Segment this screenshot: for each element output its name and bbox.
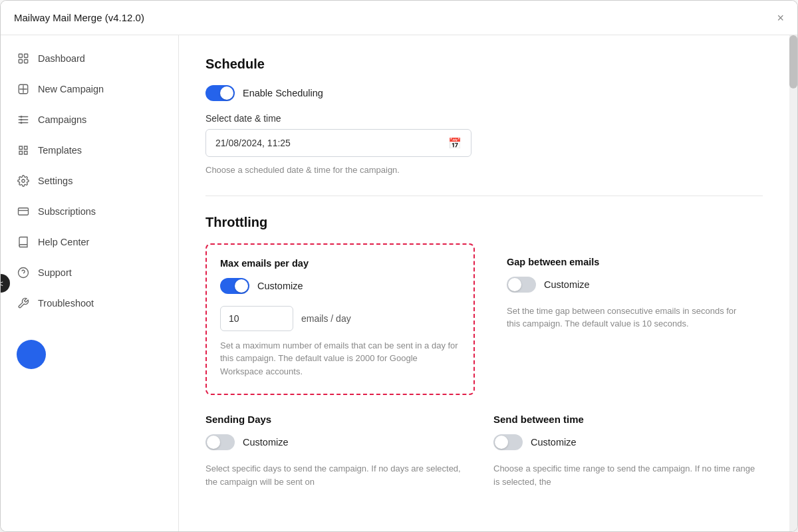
scrollbar-track[interactable]: [789, 35, 797, 531]
send-between-toggle[interactable]: [493, 434, 523, 450]
send-between-time-box: Send between time Customize Choose a spe…: [493, 414, 763, 491]
sidebar-item-templates[interactable]: Templates: [1, 135, 178, 166]
sidebar-item-help-center[interactable]: Help Center: [1, 227, 178, 257]
send-between-time-title: Send between time: [493, 414, 763, 425]
sidebar-item-campaigns[interactable]: Campaigns: [1, 104, 178, 135]
toggle-thumb: [220, 86, 233, 100]
subscriptions-icon: [17, 205, 30, 218]
sidebar-label-subscriptions: Subscriptions: [38, 206, 96, 217]
sidebar-item-new-campaign[interactable]: New Campaign: [1, 74, 178, 104]
schedule-section: Schedule Enable Scheduling Select date &…: [205, 57, 763, 177]
svg-rect-2: [19, 60, 22, 63]
max-emails-box: Max emails per day Customize emails / da…: [205, 243, 475, 396]
enable-scheduling-row: Enable Scheduling: [205, 85, 763, 101]
scrollbar-thumb[interactable]: [789, 35, 797, 88]
body-area: < Dashboard New Campaign: [1, 35, 797, 531]
svg-rect-1: [25, 54, 28, 57]
svg-point-5: [21, 116, 23, 118]
svg-point-8: [22, 180, 25, 183]
gap-between-toggle[interactable]: [507, 277, 536, 293]
schedule-title: Schedule: [205, 57, 763, 72]
svg-rect-9: [19, 208, 29, 215]
toggle-thumb: [508, 278, 521, 291]
gap-between-title: Gap between emails: [507, 257, 749, 267]
support-icon: [17, 266, 30, 279]
enable-scheduling-toggle[interactable]: [205, 85, 235, 101]
date-time-label: Select date & time: [205, 113, 763, 124]
gap-between-helper: Set the time gap between consecutive ema…: [507, 305, 749, 331]
close-button[interactable]: ×: [777, 12, 784, 24]
throttling-section: Throttling Max emails per day Customize: [205, 215, 763, 396]
date-time-value: 21/08/2024, 11:25: [215, 138, 291, 148]
window-title: Mailway Mail Merge (v4.12.0): [14, 12, 144, 23]
section-divider-1: [205, 196, 763, 196]
sending-days-toggle-row: Customize: [205, 434, 475, 450]
main-content: Schedule Enable Scheduling Select date &…: [179, 35, 789, 531]
sending-days-helper: Select specific days to send the campaig…: [205, 462, 475, 488]
toggle-thumb: [207, 436, 220, 449]
sidebar-item-troubleshoot[interactable]: Troubleshoot: [1, 288, 178, 319]
svg-point-10: [19, 268, 29, 278]
enable-scheduling-label: Enable Scheduling: [243, 88, 323, 98]
max-emails-helper: Set a maximum number of emails that can …: [220, 339, 460, 378]
sidebar-item-subscriptions[interactable]: Subscriptions: [1, 196, 178, 227]
templates-icon: [17, 144, 30, 157]
svg-rect-3: [25, 60, 28, 63]
troubleshoot-icon: [17, 297, 30, 310]
new-campaign-icon: [17, 82, 30, 96]
gap-between-box: Gap between emails Customize Set the tim…: [493, 243, 763, 396]
sending-days-box: Sending Days Customize Select specific d…: [205, 414, 475, 491]
help-center-icon: [17, 235, 30, 249]
sidebar: < Dashboard New Campaign: [1, 35, 179, 531]
sidebar-label-troubleshoot: Troubleshoot: [38, 298, 94, 309]
sidebar-label-campaigns: Campaigns: [38, 114, 86, 125]
max-emails-toggle[interactable]: [220, 278, 249, 294]
send-between-toggle-row: Customize: [493, 434, 763, 450]
sidebar-label-help-center: Help Center: [38, 237, 89, 247]
dashboard-icon: [17, 52, 30, 65]
sending-days-customize-label: Customize: [243, 437, 289, 448]
sidebar-item-settings[interactable]: Settings: [1, 166, 178, 196]
send-between-helper: Choose a specific time range to send the…: [493, 462, 763, 488]
avatar[interactable]: [17, 340, 46, 369]
chevron-left-icon: <: [1, 279, 3, 289]
date-time-helper: Choose a scheduled date & time for the c…: [205, 164, 763, 177]
date-time-input[interactable]: 21/08/2024, 11:25 📅: [205, 129, 471, 157]
sidebar-label-dashboard: Dashboard: [38, 53, 85, 64]
svg-rect-0: [19, 54, 22, 57]
max-emails-input[interactable]: [220, 306, 293, 331]
app-window: Mailway Mail Merge (v4.12.0) × < Dashboa…: [0, 0, 798, 532]
gap-between-customize-label: Customize: [544, 279, 590, 290]
sidebar-label-support: Support: [38, 267, 72, 278]
settings-icon: [17, 174, 30, 188]
title-bar: Mailway Mail Merge (v4.12.0) ×: [1, 1, 797, 35]
sidebar-label-settings: Settings: [38, 176, 72, 186]
max-emails-unit: emails / day: [301, 313, 351, 324]
svg-point-6: [21, 119, 23, 121]
calendar-icon: 📅: [448, 137, 462, 150]
user-avatar-area: [1, 329, 178, 380]
sidebar-item-support[interactable]: Support: [1, 257, 178, 288]
sidebar-label-templates: Templates: [38, 145, 82, 156]
max-emails-title: Max emails per day: [220, 258, 460, 269]
send-between-customize-label: Customize: [531, 437, 577, 448]
campaigns-icon: [17, 113, 30, 126]
sending-days-title: Sending Days: [205, 414, 475, 425]
bottom-grid: Sending Days Customize Select specific d…: [205, 414, 763, 491]
max-emails-customize-label: Customize: [257, 281, 303, 291]
toggle-thumb: [235, 279, 248, 293]
throttling-title: Throttling: [205, 215, 763, 230]
sending-days-toggle[interactable]: [205, 434, 235, 450]
max-emails-input-row: emails / day: [220, 306, 460, 331]
toggle-thumb: [495, 436, 508, 449]
throttling-grid: Max emails per day Customize emails / da…: [205, 243, 763, 396]
svg-point-7: [21, 122, 23, 124]
sidebar-item-dashboard[interactable]: Dashboard: [1, 43, 178, 74]
max-emails-toggle-row: Customize: [220, 278, 460, 294]
gap-between-toggle-row: Customize: [507, 277, 749, 293]
sidebar-label-new-campaign: New Campaign: [38, 84, 104, 94]
